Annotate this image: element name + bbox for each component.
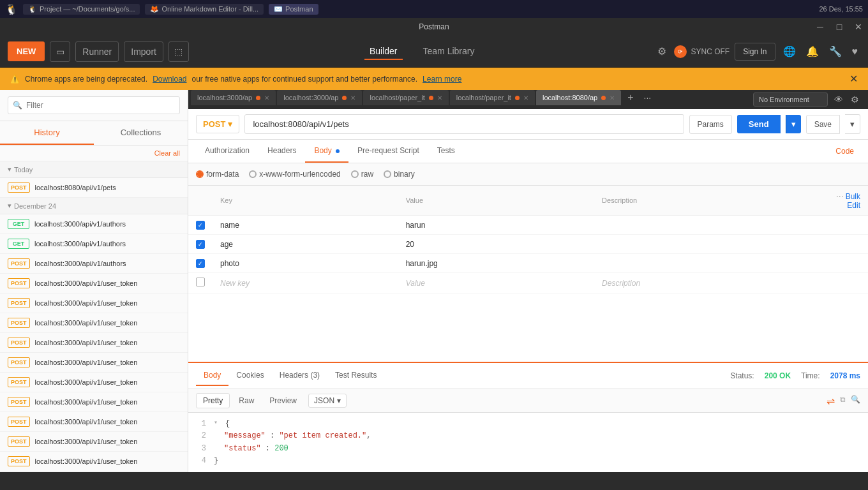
request-tab-3[interactable]: localhost/paper_it ✕	[450, 90, 535, 105]
json-format-selector[interactable]: JSON ▾	[308, 394, 347, 408]
new-button[interactable]: NEW	[8, 41, 45, 61]
search-response-icon[interactable]: 🔍	[851, 395, 860, 407]
key-cell[interactable]: name	[213, 216, 398, 235]
json-arrow-icon[interactable]: ▾	[214, 418, 218, 430]
save-arrow-button[interactable]: ▾	[845, 114, 860, 134]
row3-checkbox[interactable]: ✓	[196, 259, 205, 268]
response-body-tab[interactable]: Body	[196, 366, 228, 386]
list-item[interactable]: POST localhost:3000/api/v1/user_token	[0, 432, 188, 452]
tab-close-button[interactable]: ✕	[523, 94, 528, 101]
taskbar-item-project[interactable]: 🐧 Project — ~/Documents/go/s...	[23, 4, 140, 15]
response-test-results-tab[interactable]: Test Results	[327, 366, 384, 386]
copy-icon[interactable]: ⧉	[840, 395, 846, 407]
list-item[interactable]: POST localhost:3000/api/v1/user_token	[0, 392, 188, 412]
pre-request-script-tab[interactable]: Pre-request Script	[348, 140, 428, 163]
layout-button[interactable]: ▭	[50, 41, 70, 62]
tab-close-button[interactable]: ✕	[610, 94, 615, 101]
add-tab-button[interactable]: +	[622, 92, 638, 103]
layout2-button[interactable]: ⬚	[168, 41, 189, 62]
request-tab-1[interactable]: localhost:3000/ap ✕	[277, 90, 362, 105]
filter-input[interactable]	[8, 96, 180, 114]
request-tab-4[interactable]: localhost:8080/ap ✕	[536, 90, 621, 105]
heart-icon[interactable]: ♥	[849, 43, 861, 60]
collections-tab[interactable]: Collections	[94, 121, 188, 145]
taskbar-item-markdown[interactable]: 🦊 Online Markdown Editor - Dill...	[145, 4, 264, 15]
row1-checkbox[interactable]: ✓	[196, 221, 205, 230]
request-tab-2[interactable]: localhost/paper_it ✕	[363, 90, 448, 105]
params-button[interactable]: Params	[689, 115, 732, 134]
value-cell[interactable]: 20	[398, 235, 594, 254]
response-headers-tab[interactable]: Headers (3)	[272, 366, 327, 386]
list-item[interactable]: POST localhost:8080/api/v1/pets	[0, 178, 188, 198]
globe-icon[interactable]: 🌐	[781, 43, 798, 60]
list-item[interactable]: POST localhost:3000/api/v1/user_token	[0, 313, 188, 333]
eye-icon[interactable]: 👁	[833, 93, 844, 106]
pretty-view-tab[interactable]: Pretty	[196, 393, 230, 408]
sign-in-button[interactable]: Sign In	[735, 43, 775, 61]
list-item[interactable]: GET localhost:3000/api/v1/authors	[0, 214, 188, 234]
list-item[interactable]: POST localhost:3000/api/v1/user_token	[0, 452, 188, 471]
key-cell[interactable]: photo	[213, 254, 398, 273]
code-link[interactable]: Code	[829, 140, 860, 162]
list-item[interactable]: POST localhost:3000/api/v1/authors	[0, 254, 188, 274]
value-cell[interactable]: harun.jpg	[398, 254, 594, 273]
urlencoded-radio[interactable]: x-www-form-urlencoded	[249, 170, 340, 179]
runner-button[interactable]: Runner	[75, 41, 119, 62]
method-selector[interactable]: POST ▾	[196, 115, 239, 133]
download-link[interactable]: Download	[153, 75, 186, 84]
authorization-tab[interactable]: Authorization	[196, 140, 258, 163]
url-input[interactable]	[244, 114, 684, 134]
list-item[interactable]: POST localhost:3000/api/v1/user_token	[0, 373, 188, 392]
list-item[interactable]: POST localhost:3000/api/v1/user_token	[0, 471, 188, 472]
send-button[interactable]: Send	[737, 115, 781, 133]
learn-more-link[interactable]: Learn more	[423, 75, 461, 84]
key-cell[interactable]: age	[213, 235, 398, 254]
form-data-radio[interactable]: form-data	[196, 170, 239, 179]
close-button[interactable]: ✕	[849, 18, 868, 36]
settings-icon[interactable]: ⚙	[655, 43, 669, 60]
environment-selector[interactable]: No Environment	[753, 93, 828, 107]
new-key-cell[interactable]: New key	[213, 273, 398, 293]
tab-close-button[interactable]: ✕	[437, 94, 442, 101]
list-item[interactable]: POST localhost:3000/api/v1/user_token	[0, 293, 188, 313]
raw-radio[interactable]: raw	[351, 170, 373, 179]
tab-close-button[interactable]: ✕	[264, 94, 269, 101]
binary-radio[interactable]: binary	[384, 170, 415, 179]
response-cookies-tab[interactable]: Cookies	[228, 366, 271, 386]
gear-icon[interactable]: ⚙	[849, 93, 860, 106]
headers-tab[interactable]: Headers	[258, 140, 305, 163]
tests-tab[interactable]: Tests	[428, 140, 464, 163]
wrench-icon[interactable]: 🔧	[827, 43, 844, 60]
value-cell[interactable]: harun	[398, 216, 594, 235]
body-tab[interactable]: Body	[305, 140, 348, 163]
tab-close-button[interactable]: ✕	[350, 94, 355, 101]
new-row-checkbox[interactable]	[196, 278, 205, 286]
list-item[interactable]: POST localhost:3000/api/v1/user_token	[0, 412, 188, 432]
builder-tab[interactable]: Builder	[364, 43, 403, 60]
bell-icon[interactable]: 🔔	[804, 43, 821, 60]
list-item[interactable]: POST localhost:3000/api/v1/user_token	[0, 353, 188, 373]
new-desc-cell[interactable]: Description	[594, 273, 817, 293]
bulk-edit-button[interactable]: Bulk Edit	[846, 192, 860, 210]
save-button[interactable]: Save	[806, 115, 840, 134]
list-item[interactable]: POST localhost:3000/api/v1/user_token	[0, 333, 188, 353]
preview-view-tab[interactable]: Preview	[263, 394, 303, 408]
history-tab[interactable]: History	[0, 121, 94, 145]
send-arrow-button[interactable]: ▾	[786, 115, 801, 133]
raw-view-tab[interactable]: Raw	[232, 394, 260, 408]
minimize-button[interactable]: ─	[811, 18, 830, 36]
taskbar-item-postman[interactable]: ✉️ Postman	[269, 4, 318, 15]
list-item[interactable]: GET localhost:3000/api/v1/authors	[0, 234, 188, 254]
wrap-icon[interactable]: ⇌	[827, 395, 835, 407]
new-value-cell[interactable]: Value	[398, 273, 594, 293]
banner-close-button[interactable]: ✕	[849, 73, 858, 85]
more-tabs-button[interactable]: ···	[640, 93, 655, 103]
team-library-tab[interactable]: Team Library	[418, 43, 480, 60]
maximize-button[interactable]: □	[830, 18, 849, 36]
clear-all-button[interactable]: Clear all	[0, 145, 188, 161]
import-button[interactable]: Import	[124, 41, 163, 62]
row2-checkbox[interactable]: ✓	[196, 240, 205, 249]
more-options-button[interactable]: ···	[836, 191, 844, 201]
sync-button[interactable]: ⟳ SYNC OFF	[674, 45, 730, 58]
request-tab-0[interactable]: localhost:3000/ap ✕	[191, 90, 276, 105]
